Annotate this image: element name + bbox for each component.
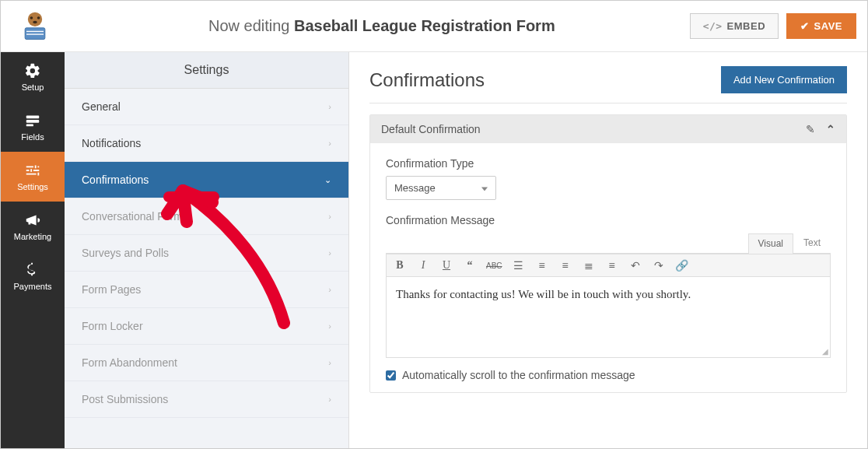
svg-rect-8 bbox=[26, 120, 40, 123]
sliders-icon bbox=[24, 162, 41, 179]
settings-sidebar-title: Settings bbox=[65, 52, 348, 89]
save-button[interactable]: ✔ SAVE bbox=[786, 13, 856, 39]
svg-rect-9 bbox=[26, 125, 33, 127]
sidebar-item-marketing[interactable]: Marketing bbox=[1, 202, 65, 251]
confirmation-type-select-wrap: Message bbox=[386, 176, 496, 200]
settings-item-label: Post Submissions bbox=[82, 393, 168, 405]
editor-tab-text[interactable]: Text bbox=[793, 233, 831, 253]
chevron-right-icon: › bbox=[328, 139, 331, 148]
bullhorn-icon bbox=[24, 212, 41, 229]
form-icon bbox=[24, 112, 41, 129]
dollar-icon bbox=[24, 261, 41, 279]
message-editor: B I U “ ABC ☰ ≡ ≡ ≣ ≡ ↶ ↷ 🔗 bbox=[386, 253, 831, 358]
app-logo bbox=[12, 7, 58, 46]
embed-label: EMBED bbox=[727, 20, 765, 32]
undo-button[interactable]: ↶ bbox=[628, 259, 642, 272]
panel-body: Confirmation Type Message Confirmation M… bbox=[370, 143, 846, 392]
sidebar-item-payments[interactable]: Payments bbox=[1, 251, 65, 301]
settings-item-notifications[interactable]: Notifications › bbox=[65, 125, 348, 162]
bullet-list-button[interactable]: ☰ bbox=[512, 259, 526, 272]
page-title: Now editing Baseball League Registration… bbox=[74, 17, 690, 35]
icon-sidebar: Setup Fields Settings Marketing Payments bbox=[1, 52, 65, 449]
redo-button[interactable]: ↷ bbox=[652, 259, 666, 272]
top-buttons: </> EMBED ✔ SAVE bbox=[690, 13, 856, 39]
settings-item-form-pages[interactable]: Form Pages › bbox=[65, 272, 348, 308]
svg-rect-7 bbox=[26, 116, 40, 119]
settings-sidebar: Settings General › Notifications › Confi… bbox=[65, 52, 349, 449]
editor-toolbar: B I U “ ABC ☰ ≡ ≡ ≣ ≡ ↶ ↷ 🔗 bbox=[387, 254, 830, 277]
confirmation-message-label: Confirmation Message bbox=[386, 214, 831, 226]
content-heading: Confirmations bbox=[369, 69, 485, 91]
settings-item-label: Form Locker bbox=[82, 320, 143, 332]
chevron-right-icon: › bbox=[328, 248, 331, 258]
align-right-button[interactable]: ≡ bbox=[605, 259, 619, 272]
settings-item-label: Surveys and Polls bbox=[82, 247, 169, 259]
settings-item-label: Form Abandonment bbox=[82, 356, 177, 369]
blockquote-button[interactable]: “ bbox=[463, 259, 477, 272]
chevron-right-icon: › bbox=[328, 358, 331, 367]
content-area: Confirmations Add New Confirmation Defau… bbox=[349, 52, 867, 449]
add-confirmation-button[interactable]: Add New Confirmation bbox=[721, 66, 847, 93]
sidebar-item-label: Payments bbox=[14, 282, 52, 291]
underline-button[interactable]: U bbox=[439, 259, 453, 272]
link-button[interactable]: 🔗 bbox=[675, 259, 689, 272]
chevron-right-icon: › bbox=[328, 285, 331, 294]
editor-content[interactable]: Thanks for contacting us! We will be in … bbox=[387, 277, 830, 347]
resize-handle-icon[interactable]: ◢ bbox=[387, 347, 830, 357]
editor-tab-visual[interactable]: Visual bbox=[748, 233, 793, 254]
editing-prefix: Now editing bbox=[208, 17, 290, 34]
settings-item-form-locker[interactable]: Form Locker › bbox=[65, 308, 348, 345]
svg-point-0 bbox=[28, 12, 42, 26]
sidebar-item-settings[interactable]: Settings bbox=[1, 152, 65, 202]
sidebar-item-label: Settings bbox=[17, 182, 48, 191]
settings-item-general[interactable]: General › bbox=[65, 89, 348, 125]
settings-item-label: Conversational Forms bbox=[82, 210, 188, 223]
panel-header-icons: ✎ ⌃ bbox=[806, 123, 835, 135]
chevron-right-icon: › bbox=[328, 395, 331, 404]
settings-item-label: Confirmations bbox=[82, 174, 149, 186]
strikethrough-button[interactable]: ABC bbox=[486, 261, 502, 270]
chevron-right-icon: › bbox=[328, 102, 331, 111]
content-title-row: Confirmations Add New Confirmation bbox=[369, 66, 847, 103]
bold-button[interactable]: B bbox=[393, 259, 407, 272]
settings-item-conversational-forms[interactable]: Conversational Forms › bbox=[65, 198, 348, 235]
check-icon: ✔ bbox=[800, 20, 810, 32]
align-center-button[interactable]: ≣ bbox=[582, 259, 596, 272]
chevron-right-icon: › bbox=[328, 212, 331, 221]
auto-scroll-checkbox[interactable] bbox=[386, 370, 396, 381]
settings-item-form-abandonment[interactable]: Form Abandonment › bbox=[65, 345, 348, 381]
embed-button[interactable]: </> EMBED bbox=[690, 13, 779, 39]
editor-tabs-row: Visual Text bbox=[386, 233, 831, 253]
sidebar-item-setup[interactable]: Setup bbox=[1, 52, 65, 102]
italic-button[interactable]: I bbox=[416, 259, 430, 272]
chevron-down-icon: ⌄ bbox=[324, 175, 331, 185]
sidebar-item-fields[interactable]: Fields bbox=[1, 102, 65, 152]
confirmation-type-label: Confirmation Type bbox=[386, 157, 831, 170]
svg-point-3 bbox=[33, 20, 37, 23]
panel-header[interactable]: Default Confirmation ✎ ⌃ bbox=[370, 115, 846, 143]
sidebar-item-label: Fields bbox=[21, 132, 44, 142]
sidebar-item-label: Setup bbox=[22, 82, 44, 92]
settings-item-surveys-polls[interactable]: Surveys and Polls › bbox=[65, 235, 348, 272]
panel-title: Default Confirmation bbox=[381, 123, 481, 135]
code-icon: </> bbox=[703, 20, 723, 32]
settings-item-label: Notifications bbox=[82, 137, 141, 149]
save-label: SAVE bbox=[814, 20, 842, 32]
auto-scroll-row: Automatically scroll to the confirmation… bbox=[386, 369, 831, 381]
align-left-button[interactable]: ≡ bbox=[558, 259, 572, 272]
gear-icon bbox=[24, 62, 41, 79]
settings-item-post-submissions[interactable]: Post Submissions › bbox=[65, 381, 348, 418]
form-name: Baseball League Registration Form bbox=[294, 17, 555, 34]
settings-item-label: General bbox=[82, 100, 121, 113]
chevron-up-icon[interactable]: ⌃ bbox=[826, 123, 835, 135]
confirmation-type-select[interactable]: Message bbox=[387, 177, 495, 199]
settings-list: General › Notifications › Confirmations … bbox=[65, 89, 348, 418]
pencil-icon[interactable]: ✎ bbox=[806, 123, 815, 135]
svg-rect-4 bbox=[25, 27, 45, 39]
settings-item-confirmations[interactable]: Confirmations ⌄ bbox=[65, 162, 348, 198]
svg-point-2 bbox=[37, 16, 40, 19]
top-bar: Now editing Baseball League Registration… bbox=[1, 1, 867, 52]
sidebar-item-label: Marketing bbox=[14, 232, 51, 241]
numbered-list-button[interactable]: ≡ bbox=[535, 259, 549, 272]
chevron-right-icon: › bbox=[328, 321, 331, 331]
